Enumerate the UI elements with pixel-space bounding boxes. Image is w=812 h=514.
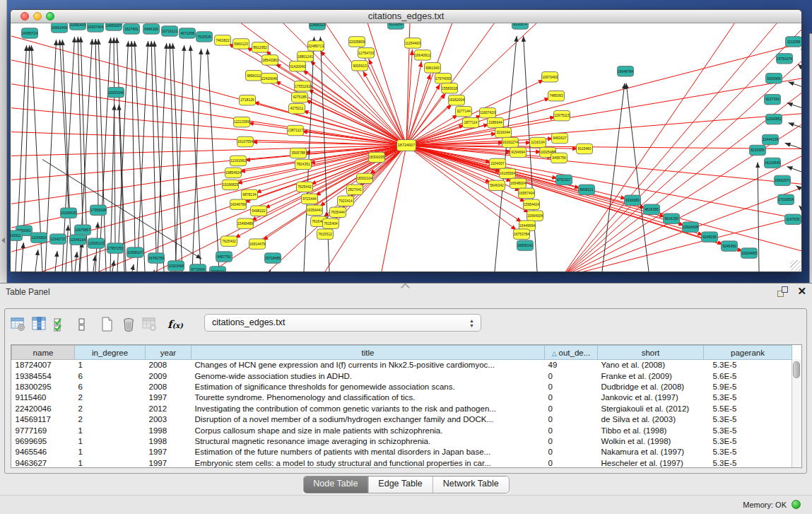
table-cell[interactable]: 0: [545, 381, 598, 392]
tab-edge-table[interactable]: Edge Table: [367, 477, 432, 493]
table-mode-icon[interactable]: [9, 315, 28, 334]
table-row[interactable]: 946554611997Estimation of the future num…: [12, 447, 792, 457]
table-row[interactable]: 1872400712008Changes of HCN gene express…: [12, 360, 792, 370]
table-cell[interactable]: 1: [75, 457, 146, 468]
table-cell[interactable]: 6: [75, 370, 146, 381]
table-cell[interactable]: 0: [545, 457, 598, 468]
table-cell[interactable]: 1997: [146, 447, 192, 457]
table-cell[interactable]: 2012: [146, 403, 192, 414]
table-cell[interactable]: 2009: [146, 370, 192, 381]
column-header-title[interactable]: title: [192, 346, 545, 360]
column-header-short[interactable]: short: [598, 346, 704, 360]
table-cell[interactable]: 9115460: [12, 392, 75, 403]
table-cell[interactable]: 5.3E-5: [704, 414, 792, 424]
zoom-light[interactable]: [46, 12, 54, 21]
table-cell[interactable]: 5.3E-5: [704, 360, 792, 370]
tab-node-table[interactable]: Node Table: [303, 477, 367, 493]
table-cell[interactable]: 18724007: [12, 360, 75, 370]
table-cell[interactable]: 5.9E-5: [704, 381, 792, 392]
table-cell[interactable]: 19384554: [12, 370, 75, 381]
window-resize-grip[interactable]: [790, 260, 801, 271]
table-cell[interactable]: 5.3E-5: [704, 425, 792, 436]
table-cell[interactable]: 2: [75, 414, 146, 424]
show-column-icon[interactable]: [30, 315, 49, 334]
table-cell[interactable]: 9699695: [12, 436, 75, 446]
column-header-in_degree[interactable]: in_degree: [75, 346, 146, 360]
table-cell[interactable]: 5.3E-5: [704, 447, 792, 457]
table-row[interactable]: 946362711997Embryonic stem cells: a mode…: [12, 457, 792, 468]
table-cell[interactable]: 2008: [146, 381, 192, 392]
table-cell[interactable]: Dudbridge et al. (2008): [598, 381, 704, 392]
table-cell[interactable]: 1: [75, 360, 146, 370]
table-cell[interactable]: 1: [75, 447, 146, 457]
table-cell[interactable]: Stergiakouli et al. (2012): [598, 403, 704, 414]
table-cell[interactable]: 1: [75, 436, 146, 446]
table-cell[interactable]: 5.5E-5: [704, 403, 792, 414]
table-cell[interactable]: Embryonic stem cells: a model to study s…: [192, 457, 545, 468]
table-cell[interactable]: 1998: [146, 436, 192, 446]
table-cell[interactable]: 5.3E-5: [704, 457, 792, 468]
network-view-window[interactable]: citations_edges.txt 24355724206914062109…: [10, 9, 802, 272]
table-cell[interactable]: 14569117: [12, 414, 75, 424]
table-cell[interactable]: Nakamura et al. (1997): [598, 447, 704, 457]
table-cell[interactable]: 5.3E-5: [704, 436, 792, 446]
table-row[interactable]: 977716911998Corpus callosum shape and si…: [12, 425, 792, 436]
column-header-out_de[interactable]: △out_de...: [545, 346, 598, 360]
column-header-name[interactable]: name: [12, 346, 75, 360]
table-cell[interactable]: 2: [75, 403, 146, 414]
table-cell[interactable]: 1998: [146, 425, 192, 436]
memory-ok-indicator[interactable]: [792, 500, 801, 509]
table-cell[interactable]: Tibbo et al. (1998): [598, 425, 704, 436]
table-cell[interactable]: 0: [545, 447, 598, 457]
close-icon[interactable]: ✕: [797, 285, 806, 298]
table-cell[interactable]: 49: [545, 360, 598, 370]
table-cell[interactable]: 2: [75, 392, 146, 403]
table-cell[interactable]: 2008: [146, 360, 192, 370]
close-light[interactable]: [20, 12, 29, 21]
table-cell[interactable]: Estimation of the future numbers of pati…: [192, 447, 545, 457]
minimize-light[interactable]: [33, 12, 42, 21]
table-cell[interactable]: 18300295: [12, 381, 75, 392]
row-height-icon[interactable]: [73, 315, 91, 334]
table-cell[interactable]: 1997: [146, 392, 192, 403]
column-header-pagerank[interactable]: pagerank: [704, 346, 792, 360]
table-cell[interactable]: 5.6E-5: [704, 370, 792, 381]
table-cell[interactable]: 22420046: [12, 403, 75, 414]
table-cell[interactable]: 6: [75, 381, 146, 392]
table-cell[interactable]: 1: [75, 425, 146, 436]
table-cell[interactable]: 1997: [146, 457, 192, 468]
table-cell[interactable]: Changes of HCN gene expression and I(f) …: [192, 360, 545, 370]
sidebar-collapse-arrow-icon[interactable]: [1, 238, 5, 243]
table-cell[interactable]: Estimation of significance thresholds fo…: [192, 381, 545, 392]
table-row[interactable]: 1830029562008Estimation of significance …: [12, 381, 792, 392]
selection-mode-icon[interactable]: [52, 315, 70, 334]
scrollbar-thumb[interactable]: [793, 361, 800, 378]
float-window-icon[interactable]: [777, 286, 789, 298]
tab-network-table[interactable]: Network Table: [433, 477, 509, 493]
network-canvas[interactable]: 2435572420691406210914152093740410653267…: [11, 23, 801, 271]
table-cell[interactable]: 9777169: [12, 425, 75, 436]
table-selector-dropdown[interactable]: citations_edges.txt ▲▼: [204, 314, 481, 332]
table-cell[interactable]: Tourette syndrome. Phenomenology and cla…: [192, 392, 545, 403]
function-builder-icon[interactable]: f(x): [166, 315, 184, 334]
table-cell[interactable]: Franke et al. (2009): [598, 370, 704, 381]
table-cell[interactable]: 2003: [146, 414, 192, 424]
left-splitter-strip[interactable]: [0, 0, 7, 283]
new-column-icon[interactable]: [98, 315, 117, 334]
table-cell[interactable]: 5.3E-5: [704, 392, 792, 403]
table-cell[interactable]: 0: [545, 425, 598, 436]
table-row[interactable]: 1456911722003Disruption of a novel membe…: [12, 414, 792, 424]
table-cell[interactable]: 0: [545, 403, 598, 414]
table-cell[interactable]: 9465546: [12, 447, 75, 457]
table-cell[interactable]: Structural magnetic resonance image aver…: [192, 436, 545, 446]
table-scrollbar[interactable]: [792, 359, 801, 467]
table-cell[interactable]: Corpus callosum shape and size in male p…: [192, 425, 545, 436]
table-cell[interactable]: Genome-wide association studies in ADHD.: [192, 370, 545, 381]
table-cell[interactable]: 0: [545, 392, 598, 403]
table-row[interactable]: 1938455462009Genome-wide association stu…: [12, 370, 792, 381]
node-table[interactable]: namein_degreeyeartitle△out_de...shortpag…: [11, 344, 802, 468]
table-cell[interactable]: 0: [545, 370, 598, 381]
table-row[interactable]: 969969511998Structural magnetic resonanc…: [12, 436, 792, 446]
table-cell[interactable]: Jankovic et al. (1997): [598, 392, 704, 403]
table-row[interactable]: 2242004622012Investigating the contribut…: [12, 403, 792, 414]
